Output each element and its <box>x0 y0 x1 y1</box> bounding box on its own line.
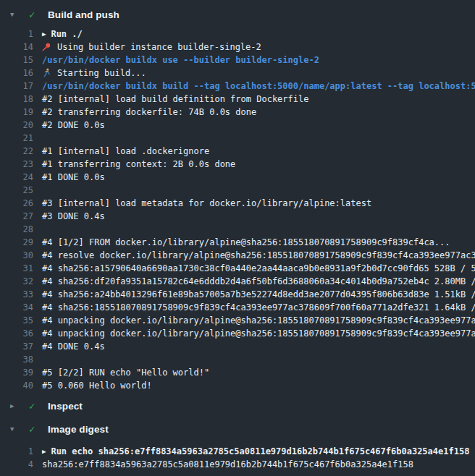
line-number[interactable]: 15 <box>0 54 33 67</box>
log-text: #4 resolve docker.io/library/alpine@sha2… <box>42 250 475 260</box>
line-number[interactable]: 31 <box>0 262 33 275</box>
log-text: #2 transferring dockerfile: 74B 0.0s don… <box>42 107 256 117</box>
line-number[interactable]: 35 <box>0 314 33 327</box>
log-line: 32#4 sha256:df20fa9351a15782c64e6dddb2d4… <box>0 275 475 288</box>
success-check-icon: ✓ <box>29 423 48 435</box>
log-line: 31#4 sha256:a15790640a6690aa1730c38cf0a4… <box>0 262 475 275</box>
line-number[interactable]: 30 <box>0 249 33 262</box>
log-line: 38 <box>0 353 475 366</box>
line-number[interactable]: 37 <box>0 340 33 353</box>
log-line: 1▶Run echo sha256:e7ff8834a5963a2785c5a0… <box>0 445 475 458</box>
line-number[interactable]: 17 <box>0 80 33 93</box>
log-text: #4 sha256:df20fa9351a15782c64e6dddb2d4a6… <box>42 276 475 286</box>
group-expand-icon[interactable]: ▶ <box>42 445 46 458</box>
log-line: 34#4 sha256:185518070891758909c9f839cf4c… <box>0 301 475 314</box>
line-number[interactable]: 27 <box>0 210 33 223</box>
log-text: #3 [internal] load metadata for docker.i… <box>42 198 371 208</box>
log-line: 16Starting build... <box>0 67 475 80</box>
line-number[interactable]: 29 <box>0 236 33 249</box>
log-text: #1 [internal] load .dockerignore <box>42 146 209 156</box>
log-line: 20#2 DONE 0.0s <box>0 119 475 132</box>
log-line: 35#4 unpacking docker.io/library/alpine@… <box>0 314 475 327</box>
log-text: #5 [2/2] RUN echo "Hello world!" <box>42 367 209 378</box>
log-line: 15/usr/bin/docker buildx use --builder b… <box>0 54 475 67</box>
log-line: 26#3 [internal] load metadata for docker… <box>0 197 475 210</box>
log-text: #4 sha256:185518070891758909c9f839cf4ca3… <box>42 302 475 313</box>
line-number[interactable]: 22 <box>0 145 33 158</box>
group-command-text[interactable]: Run ./ <box>51 29 82 39</box>
log-text: Using builder instance builder-single-2 <box>57 42 261 52</box>
log-line: 30#4 resolve docker.io/library/alpine@sh… <box>0 249 475 262</box>
chevron-down-icon[interactable]: ▼ <box>10 11 29 18</box>
log-text: #4 unpacking docker.io/library/alpine@sh… <box>42 315 475 326</box>
step-header-image-digest[interactable]: ▼✓Image digest <box>0 420 475 438</box>
line-number[interactable]: 1 <box>0 445 33 458</box>
pushpin-icon <box>42 42 51 51</box>
line-number[interactable]: 33 <box>0 288 33 301</box>
step-title: Build and push <box>48 9 119 20</box>
success-check-icon: ✓ <box>29 9 48 20</box>
line-number[interactable]: 14 <box>0 41 33 54</box>
log-line: 39#5 [2/2] RUN echo "Hello world!" <box>0 366 475 379</box>
step-section-build-and-push: ▼✓Build and push1▶Run ./14Using builder … <box>0 6 475 392</box>
log-text: #4 sha256:a15790640a6690aa1730c38cf0a440… <box>42 263 475 273</box>
line-number[interactable]: 18 <box>0 93 33 106</box>
log-line: 25 <box>0 184 475 197</box>
chevron-right-icon[interactable]: ▶ <box>10 402 29 409</box>
log-text: /usr/bin/docker buildx build --tag local… <box>42 81 475 91</box>
step-header-inspect[interactable]: ▶✓Inspect <box>0 397 475 415</box>
log-text: #2 DONE 0.0s <box>42 120 105 130</box>
log-line: 17/usr/bin/docker buildx build --tag loc… <box>0 80 475 93</box>
log-line: 22#1 [internal] load .dockerignore <box>0 145 475 158</box>
log-text: #4 DONE 0.4s <box>42 341 105 352</box>
runner-icon <box>42 68 51 77</box>
line-number[interactable]: 40 <box>0 379 33 392</box>
line-number[interactable]: 23 <box>0 158 33 171</box>
log-line: 21 <box>0 132 475 145</box>
line-number[interactable]: 16 <box>0 67 33 80</box>
runner-icon <box>42 68 51 77</box>
line-number[interactable]: 36 <box>0 327 33 340</box>
group-command-text[interactable]: Run echo sha256:e7ff8834a5963a2785c5a081… <box>51 446 469 456</box>
log-line: 29#4 [1/2] FROM docker.io/library/alpine… <box>0 236 475 249</box>
group-expand-icon[interactable]: ▶ <box>42 27 46 41</box>
line-number[interactable]: 28 <box>0 223 33 236</box>
line-number[interactable]: 1 <box>0 27 33 41</box>
log-line: 23#1 transferring context: 2B 0.0s done <box>0 158 475 171</box>
line-number[interactable]: 4 <box>0 458 33 471</box>
log-text: sha256:e7ff8834a5963a2785c5a0811e979d16b… <box>42 459 413 469</box>
success-check-icon: ✓ <box>29 400 48 412</box>
log-text: #3 DONE 0.4s <box>42 211 105 221</box>
log-text: /usr/bin/docker buildx use --builder bui… <box>42 55 319 65</box>
actions-log-viewer: ▼✓Build and push1▶Run ./14Using builder … <box>0 6 475 476</box>
line-number[interactable]: 39 <box>0 366 33 379</box>
line-number[interactable]: 38 <box>0 353 33 366</box>
log-line: 27#3 DONE 0.4s <box>0 210 475 223</box>
log-text: Starting build... <box>57 68 146 78</box>
log-line: 36#4 unpacking docker.io/library/alpine@… <box>0 327 475 340</box>
step-header-build-and-push[interactable]: ▼✓Build and push <box>0 6 475 23</box>
log-line: 24#1 DONE 0.0s <box>0 171 475 184</box>
chevron-down-icon[interactable]: ▼ <box>10 425 29 433</box>
log-text: #4 sha256:a24bb4013296f61e89ba57005a7b3e… <box>42 289 475 299</box>
line-number[interactable]: 24 <box>0 171 33 184</box>
line-number[interactable]: 20 <box>0 119 33 132</box>
step-title: Image digest <box>48 424 109 435</box>
log-text: #4 unpacking docker.io/library/alpine@sh… <box>42 328 475 339</box>
log-line: 37#4 DONE 0.4s <box>0 340 475 353</box>
log-text: #4 [1/2] FROM docker.io/library/alpine@s… <box>42 237 450 247</box>
line-number[interactable]: 34 <box>0 301 33 314</box>
line-number[interactable]: 26 <box>0 197 33 210</box>
log-text: #2 [internal] load build definition from… <box>42 94 308 104</box>
log-text: #5 0.060 Hello world! <box>42 381 152 391</box>
line-number[interactable]: 32 <box>0 275 33 288</box>
log-line: 1▶Run ./ <box>0 27 475 41</box>
line-number[interactable]: 21 <box>0 132 33 145</box>
pushpin-icon <box>42 42 51 51</box>
line-number[interactable]: 25 <box>0 184 33 197</box>
log-block-image-digest: 1▶Run echo sha256:e7ff8834a5963a2785c5a0… <box>0 445 475 471</box>
log-line: 4sha256:e7ff8834a5963a2785c5a0811e979d16… <box>0 458 475 471</box>
log-line: 19#2 transferring dockerfile: 74B 0.0s d… <box>0 106 475 119</box>
log-text: #1 DONE 0.0s <box>42 172 105 182</box>
line-number[interactable]: 19 <box>0 106 33 119</box>
